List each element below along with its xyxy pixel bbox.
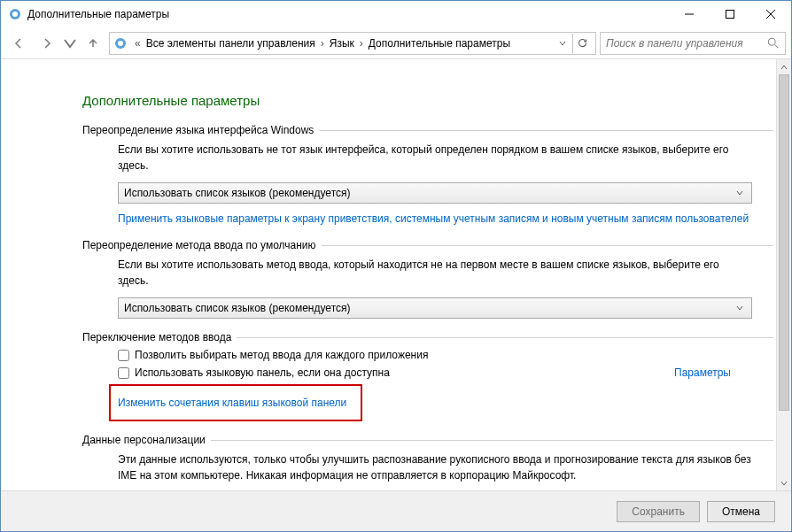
- checkbox-input[interactable]: [118, 350, 129, 361]
- search-icon: [767, 37, 780, 50]
- refresh-button[interactable]: [572, 34, 592, 53]
- checkbox-label: Позволить выбирать метод ввода для каждо…: [135, 349, 428, 361]
- chevron-down-icon: [732, 300, 748, 316]
- control-panel-icon: [8, 7, 22, 21]
- section-legend: Переключение методов ввода: [82, 331, 231, 343]
- section-legend: Переопределение метода ввода по умолчани…: [82, 239, 316, 251]
- chevron-right-icon: ›: [317, 37, 328, 50]
- divider: [319, 130, 773, 131]
- checkbox-label: Использовать языковую панель, если она д…: [135, 366, 390, 379]
- use-language-bar-checkbox[interactable]: Использовать языковую панель, если она д…: [118, 366, 390, 379]
- scroll-down-button[interactable]: [777, 475, 791, 490]
- section-legend: Данные персонализации: [82, 434, 206, 446]
- breadcrumb[interactable]: « Все элементы панели управления › Язык …: [109, 32, 596, 55]
- apply-to-welcome-link[interactable]: Применить языковые параметры к экрану пр…: [118, 212, 749, 225]
- combo-value: Использовать список языков (рекомендуетс…: [124, 187, 351, 199]
- search-input[interactable]: [606, 37, 767, 50]
- svg-rect-2: [726, 11, 734, 19]
- breadcrumb-root-chevron[interactable]: «: [131, 37, 144, 50]
- vertical-scrollbar[interactable]: [776, 59, 791, 490]
- titlebar: Дополнительные параметры: [1, 1, 791, 27]
- svg-point-5: [768, 38, 775, 45]
- close-button[interactable]: [750, 1, 791, 27]
- svg-point-4: [118, 41, 123, 46]
- input-method-select[interactable]: Использовать список языков (рекомендуетс…: [118, 297, 752, 319]
- content-area: Дополнительные параметры Переопределение…: [1, 59, 791, 490]
- breadcrumb-item[interactable]: Все элементы панели управления: [144, 37, 317, 50]
- section-description: Эти данные используются, только чтобы ул…: [118, 451, 752, 483]
- section-personalization: Данные персонализации Эти данные использ…: [82, 434, 773, 483]
- per-app-input-checkbox[interactable]: Позволить выбирать метод ввода для каждо…: [118, 349, 752, 361]
- window-controls: [669, 1, 791, 27]
- divider: [211, 440, 773, 441]
- nav-history-dropdown[interactable]: [63, 31, 77, 56]
- nav-back-button[interactable]: [6, 31, 31, 56]
- search-box[interactable]: [600, 32, 786, 55]
- cancel-button[interactable]: Отмена: [707, 501, 775, 522]
- breadcrumb-item[interactable]: Язык: [328, 37, 356, 50]
- divider: [237, 337, 773, 338]
- section-switch-methods: Переключение методов ввода Позволить выб…: [82, 331, 773, 421]
- checkbox-input[interactable]: [118, 367, 129, 379]
- nav-forward-button[interactable]: [35, 31, 59, 56]
- save-button[interactable]: Сохранить: [617, 501, 700, 522]
- ui-language-select[interactable]: Использовать список языков (рекомендуетс…: [118, 182, 752, 204]
- breadcrumb-item[interactable]: Дополнительные параметры: [367, 37, 512, 50]
- chevron-right-icon: ›: [356, 37, 367, 50]
- minimize-button[interactable]: [669, 1, 710, 27]
- footer: Сохранить Отмена: [1, 490, 791, 531]
- highlight-annotation: Изменить сочетания клавиш языковой панел…: [109, 384, 362, 421]
- location-icon: [113, 36, 128, 50]
- window-title: Дополнительные параметры: [27, 8, 169, 20]
- scrollbar-track[interactable]: [777, 411, 791, 475]
- page-title: Дополнительные параметры: [82, 93, 773, 108]
- scroll-up-button[interactable]: [777, 59, 791, 74]
- navbar: « Все элементы панели управления › Язык …: [1, 27, 791, 59]
- svg-point-1: [12, 12, 18, 17]
- chevron-down-icon: [732, 185, 748, 201]
- divider: [322, 245, 773, 246]
- section-legend: Переопределение языка интерфейса Windows: [82, 124, 314, 136]
- nav-up-button[interactable]: [81, 31, 105, 56]
- section-ui-language: Переопределение языка интерфейса Windows…: [82, 124, 773, 227]
- combo-value: Использовать список языков (рекомендуетс…: [124, 302, 351, 314]
- breadcrumb-dropdown[interactable]: [553, 34, 572, 53]
- scrollbar-thumb[interactable]: [779, 74, 789, 411]
- change-hotkeys-link[interactable]: Изменить сочетания клавиш языковой панел…: [118, 397, 346, 409]
- section-description: Если вы хотите использовать не тот язык …: [118, 142, 752, 173]
- language-bar-options-link[interactable]: Параметры: [674, 366, 752, 379]
- section-description: Если вы хотите использовать метод ввода,…: [118, 257, 752, 289]
- section-input-method: Переопределение метода ввода по умолчани…: [82, 239, 773, 319]
- maximize-button[interactable]: [710, 1, 750, 27]
